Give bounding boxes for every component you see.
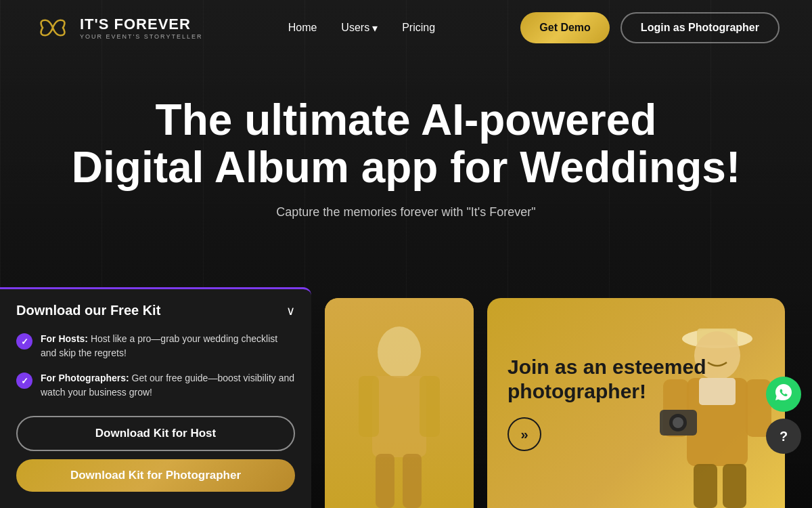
nav-pricing[interactable]: Pricing [402, 22, 435, 34]
panel-chevron-icon[interactable]: ∨ [286, 303, 295, 318]
svg-rect-4 [376, 454, 394, 508]
cards-area: Join as an esteemed photographer! » [325, 298, 812, 508]
chevron-down-icon: ▾ [372, 22, 378, 35]
hero-title: The ultimate AI-powered Digital Album ap… [0, 96, 812, 192]
photographer-arrow-button[interactable]: » [508, 417, 541, 451]
photographer-card-text: Join as an esteemed photographer! » [487, 335, 785, 471]
host-person-illustration [338, 312, 460, 508]
nav-links: Home Users ▾ Pricing [288, 22, 435, 35]
whatsapp-icon [774, 383, 793, 406]
svg-rect-1 [372, 376, 426, 457]
hero-section: The ultimate AI-powered Digital Album ap… [0, 56, 812, 240]
nav-users[interactable]: Users ▾ [341, 22, 378, 35]
download-kit-panel: Download our Free Kit ∨ For Hosts: Host … [0, 287, 311, 508]
whatsapp-button[interactable] [766, 377, 801, 412]
download-kit-host-button[interactable]: Download Kit for Host [16, 416, 295, 451]
hosts-feature-text: For Hosts: Host like a pro—grab your wed… [41, 332, 295, 360]
logo-title: IT'S FOREVER [80, 16, 202, 33]
svg-rect-3 [420, 376, 440, 437]
navbar: IT'S FOREVER YOUR EVENT'S STORYTELLER Ho… [0, 0, 812, 56]
help-button[interactable]: ? [766, 419, 801, 454]
svg-point-0 [378, 326, 421, 378]
download-kit-photographer-button[interactable]: Download Kit for Photographer [16, 459, 295, 492]
nav-home[interactable]: Home [288, 22, 317, 34]
logo-text: IT'S FOREVER YOUR EVENT'S STORYTELLER [80, 16, 202, 40]
host-silhouette [325, 298, 474, 508]
photographer-join-text: Join as an esteemed photographer! [508, 355, 765, 404]
login-photographer-button[interactable]: Login as Photographer [621, 12, 780, 43]
logo-icon [32, 14, 73, 41]
photographers-feature: For Photographers: Get our free guide—bo… [16, 371, 295, 400]
svg-rect-5 [403, 454, 422, 508]
panel-header: Download our Free Kit ∨ [16, 303, 295, 318]
panel-title: Download our Free Kit [16, 303, 160, 318]
help-icon: ? [780, 429, 788, 444]
nav-actions: Get Demo Login as Photographer [520, 12, 780, 43]
hero-subtitle: Capture the memories forever with "It's … [0, 205, 812, 219]
hosts-feature: For Hosts: Host like a pro—grab your wed… [16, 332, 295, 360]
svg-rect-2 [359, 376, 379, 437]
host-card [325, 298, 474, 508]
photographers-check-icon [16, 373, 32, 389]
logo-subtitle: YOUR EVENT'S STORYTELLER [80, 33, 202, 40]
get-demo-button[interactable]: Get Demo [520, 12, 610, 43]
logo[interactable]: IT'S FOREVER YOUR EVENT'S STORYTELLER [32, 14, 202, 41]
photographer-card: Join as an esteemed photographer! » [487, 298, 785, 508]
hosts-check-icon [16, 333, 32, 350]
double-arrow-icon: » [520, 427, 528, 442]
photographers-feature-text: For Photographers: Get our free guide—bo… [41, 371, 295, 400]
floating-buttons: ? [766, 377, 801, 454]
